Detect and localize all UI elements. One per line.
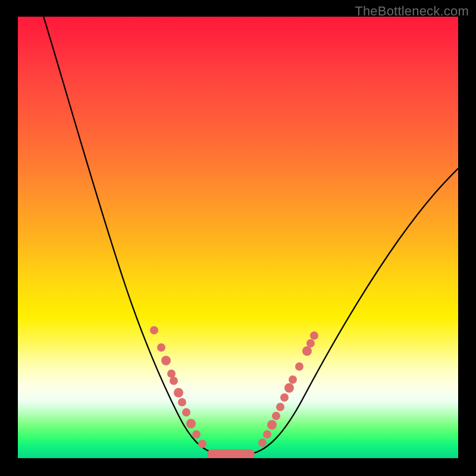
marker-dot <box>198 440 206 448</box>
marker-dot <box>161 356 171 365</box>
marker-dot <box>167 369 176 378</box>
marker-dot <box>186 419 196 428</box>
curve-overlay <box>18 17 458 458</box>
plot-area <box>18 17 458 458</box>
marker-dot <box>258 439 267 447</box>
marker-dot <box>263 430 271 439</box>
marker-dot <box>280 393 289 402</box>
marker-dot <box>284 383 294 393</box>
marker-dot <box>178 398 186 406</box>
chart-frame: TheBottleneck.com <box>0 0 476 476</box>
bottleneck-curve <box>43 17 458 454</box>
marker-dot <box>157 343 165 352</box>
marker-dot <box>302 346 312 356</box>
marker-dot <box>174 388 183 397</box>
marker-dot <box>182 408 190 416</box>
minimum-band-marker <box>207 449 255 458</box>
marker-dot <box>170 377 178 385</box>
marker-dot <box>289 375 297 384</box>
marker-dot <box>306 339 315 347</box>
marker-dot <box>276 403 284 411</box>
marker-dot <box>310 331 318 340</box>
marker-dot <box>192 430 201 439</box>
marker-dot <box>295 362 303 371</box>
marker-dot <box>272 412 280 420</box>
marker-dot <box>267 420 277 430</box>
marker-dot <box>150 326 158 334</box>
